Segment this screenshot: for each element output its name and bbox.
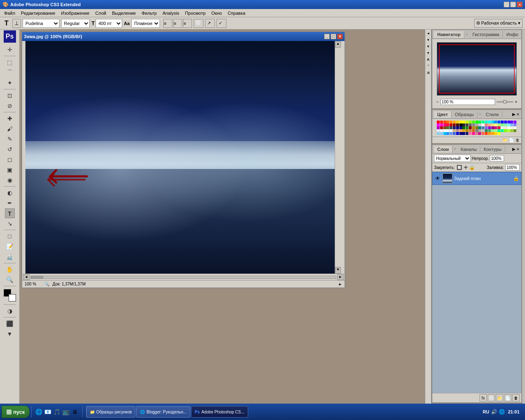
screen-mode-tool[interactable]: ⬛ xyxy=(5,319,15,329)
zoom-value-input[interactable] xyxy=(441,99,495,105)
layers-menu-icon[interactable]: ▶ xyxy=(512,147,516,151)
color-swatch[interactable] xyxy=(453,121,456,123)
scroll-up-button[interactable]: ▲ xyxy=(335,41,341,48)
color-close-icon[interactable]: ✕ xyxy=(516,112,520,116)
taskbar-item-photoshop[interactable]: Ps Adobe Photoshop CS... xyxy=(191,406,248,418)
lasso-tool[interactable]: ⌒ xyxy=(5,68,15,78)
color-swatch[interactable] xyxy=(507,121,510,123)
start-button[interactable]: ⊞ пуск xyxy=(2,406,30,418)
scroll-down-button[interactable]: ▼ xyxy=(335,267,341,274)
color-swatch[interactable] xyxy=(437,123,440,126)
zoom-minus-icon[interactable]: − xyxy=(436,100,439,104)
gradient-tool[interactable]: ▣ xyxy=(5,165,15,175)
color-swatch[interactable] xyxy=(453,129,456,132)
menu-view[interactable]: Просмотр xyxy=(183,10,208,16)
tab-histogram[interactable]: Гистограмма xyxy=(469,31,503,38)
tab-color[interactable]: Цвет xyxy=(434,111,452,118)
vertical-scrollbar[interactable]: ▲ ▼ xyxy=(335,41,341,274)
shape-tool[interactable]: □ xyxy=(5,231,15,241)
cancel-text-button[interactable]: ↗ xyxy=(205,19,215,28)
color-swatch[interactable] xyxy=(437,129,440,132)
panel-nav-btn3[interactable]: ▼ xyxy=(425,50,431,56)
tab-navigator[interactable]: Навигатор xyxy=(434,31,464,38)
color-swatch[interactable] xyxy=(456,121,459,123)
color-swatch[interactable] xyxy=(466,121,468,123)
color-swatch[interactable] xyxy=(498,126,500,129)
color-swatch[interactable] xyxy=(459,129,462,132)
menu-file[interactable]: Файл xyxy=(2,10,18,16)
color-swatch[interactable] xyxy=(446,121,449,123)
menu-image[interactable]: Изображение xyxy=(59,10,92,16)
color-swatch[interactable] xyxy=(440,123,443,126)
color-swatch[interactable] xyxy=(507,123,510,126)
panel-nav-btn[interactable]: ▼ xyxy=(425,37,431,43)
zoom-icon[interactable]: 🔍 xyxy=(44,282,49,286)
layer-visibility-icon[interactable]: 👁 xyxy=(434,175,441,182)
color-swatch[interactable] xyxy=(494,123,497,126)
tab-swatches[interactable]: Образцы xyxy=(452,111,477,118)
color-swatch[interactable] xyxy=(478,121,481,123)
tray-vol-icon[interactable]: 🔊 xyxy=(491,409,497,415)
history-tool[interactable]: ↺ xyxy=(5,144,15,154)
color-swatch[interactable] xyxy=(459,123,462,126)
scroll-right-button[interactable]: ► xyxy=(337,274,344,280)
color-swatch[interactable] xyxy=(498,121,500,123)
align-center-button[interactable]: ≡ xyxy=(173,19,182,28)
menu-select[interactable]: Выделение xyxy=(110,10,138,16)
color-swatch[interactable] xyxy=(475,132,478,135)
color-swatch[interactable] xyxy=(472,132,475,135)
scroll-track[interactable] xyxy=(30,276,336,279)
color-swatch[interactable] xyxy=(491,132,494,135)
color-swatch[interactable] xyxy=(494,129,497,132)
align-right-button[interactable]: ≡ xyxy=(183,19,192,28)
panel-quote-btn[interactable]: " xyxy=(425,63,431,69)
align-left-button[interactable]: ≡ xyxy=(163,19,172,28)
color-swatch[interactable] xyxy=(472,126,475,129)
color-swatch[interactable] xyxy=(466,126,468,129)
menu-edit[interactable]: Редактирование xyxy=(18,10,58,16)
color-swatch[interactable] xyxy=(440,132,443,135)
color-swatch[interactable] xyxy=(440,126,443,129)
color-swatch[interactable] xyxy=(469,129,472,132)
color-swatch[interactable] xyxy=(491,126,494,129)
lock-position-icon[interactable]: ✛ xyxy=(464,165,468,170)
color-swatch[interactable] xyxy=(501,123,504,126)
color-swatch[interactable] xyxy=(462,121,465,123)
color-swatch[interactable] xyxy=(498,123,500,126)
document-controls[interactable]: _ □ ✕ xyxy=(324,34,343,39)
tab-styles[interactable]: Стили xyxy=(482,111,502,118)
taskbar-item-files[interactable]: 📁 Образцы рисунков xyxy=(86,406,136,418)
font-style-select[interactable]: Regular xyxy=(61,19,90,28)
doc-close-button[interactable]: ✕ xyxy=(337,34,343,39)
color-swatch[interactable] xyxy=(443,129,446,132)
font-family-select[interactable]: Pudelina xyxy=(23,19,59,28)
color-swatch[interactable] xyxy=(504,129,507,132)
marquee-tool[interactable]: ⬚ xyxy=(5,57,15,67)
brush-tool[interactable]: 🖌 xyxy=(5,124,15,134)
move-tool[interactable]: ✛ xyxy=(5,45,15,55)
color-swatch[interactable] xyxy=(504,126,507,129)
zoom-slider[interactable] xyxy=(497,101,513,103)
color-swatch[interactable] xyxy=(491,123,494,126)
color-swatch[interactable] xyxy=(475,129,478,132)
color-swatch[interactable] xyxy=(472,129,475,132)
taskbar-item-blogger[interactable]: 🌐 Blogger: Рукодельн... xyxy=(136,406,190,418)
color-swatch[interactable] xyxy=(443,132,446,135)
color-swatch[interactable] xyxy=(446,126,449,129)
color-swatch[interactable] xyxy=(443,126,446,129)
color-swatch[interactable] xyxy=(488,129,491,132)
color-swatch[interactable] xyxy=(501,126,504,129)
panel-grid-btn[interactable]: ⊞ xyxy=(425,70,431,75)
color-swatch[interactable] xyxy=(475,123,478,126)
color-swatch[interactable] xyxy=(466,123,468,126)
color-menu-icon[interactable]: ▶ xyxy=(512,112,516,116)
opacity-input[interactable] xyxy=(490,155,504,162)
color-swatch[interactable] xyxy=(478,129,481,132)
layers-close-icon[interactable]: ✕ xyxy=(516,147,520,151)
blur-tool[interactable]: ◉ xyxy=(5,175,15,185)
tab-info[interactable]: Инфо xyxy=(503,31,522,38)
color-swatch[interactable] xyxy=(501,129,504,132)
zoom-tool[interactable]: 🔍 xyxy=(5,275,15,285)
doc-minimize-button[interactable]: _ xyxy=(324,34,330,39)
color-swatch[interactable] xyxy=(482,121,484,123)
